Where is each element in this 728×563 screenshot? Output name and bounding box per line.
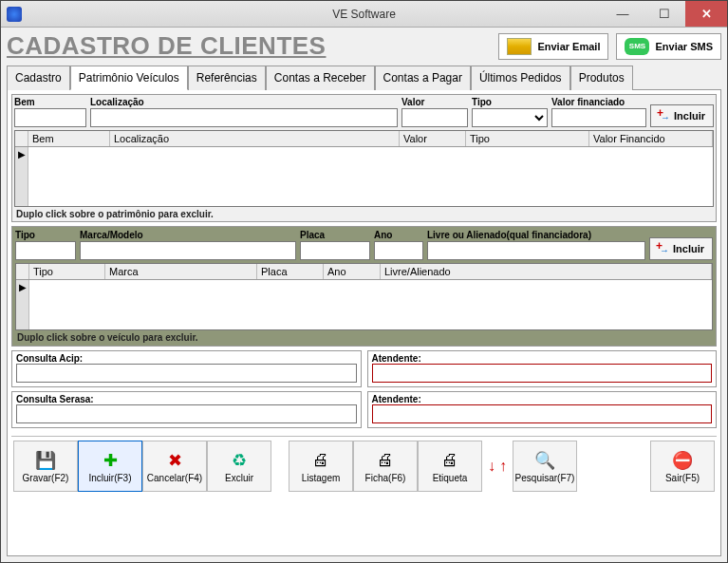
veic-tipo-input[interactable]	[15, 241, 76, 260]
incluir-button[interactable]: ✚ Incluir(F3)	[78, 441, 142, 492]
add-icon: ✚	[98, 450, 122, 471]
send-sms-button[interactable]: SMS Enviar SMS	[616, 33, 721, 60]
add-arrow-icon	[658, 243, 669, 254]
printer-icon: 🖨	[308, 450, 333, 471]
cancelar-button[interactable]: ✖ Cancelar(F4)	[142, 441, 207, 492]
listagem-button[interactable]: 🖨 Listagem	[289, 441, 353, 492]
label-marca-modelo: Marca/Modelo	[80, 230, 296, 240]
app-window: VE Software — ☐ ✕ CADASTRO DE CLIENTES E…	[0, 0, 728, 563]
titlebar: VE Software — ☐ ✕	[1, 1, 727, 28]
envelope-icon	[507, 38, 532, 55]
label-valor: Valor	[401, 97, 468, 107]
valor-input[interactable]	[401, 108, 468, 127]
valor-financiado-input[interactable]	[551, 108, 646, 127]
action-toolbar: 💾 Gravar(F2) ✚ Incluir(F3) ✖ Cancelar(F4…	[11, 436, 717, 494]
nav-arrows[interactable]: ↓ ↑	[482, 441, 513, 492]
close-button[interactable]: ✕	[685, 1, 727, 27]
tab-contas-pagar[interactable]: Contas a Pagar	[375, 66, 471, 90]
sms-icon: SMS	[625, 38, 649, 55]
save-icon: 💾	[33, 450, 58, 471]
tabs: Cadastro Patrimônio Veículos Referências…	[7, 65, 721, 90]
minimize-button[interactable]: —	[602, 1, 644, 27]
incluir-veiculo-button[interactable]: Incluir	[649, 237, 713, 260]
excluir-button[interactable]: ♻ Excluir	[207, 441, 271, 492]
label-livre-alienado: Livre ou Alienado(qual financiadora)	[427, 230, 645, 240]
veiculo-hint: Duplo click sobre o veículo para excluir…	[15, 330, 713, 343]
arrow-up-icon[interactable]: ↑	[499, 458, 507, 475]
label-ano: Ano	[374, 230, 423, 240]
tab-produtos[interactable]: Produtos	[570, 66, 633, 90]
tab-contas-receber[interactable]: Contas a Receber	[266, 66, 375, 90]
page-title: CADASTRO DE CLIENTES	[7, 31, 326, 61]
send-email-button[interactable]: Enviar Email	[498, 33, 608, 60]
sair-button[interactable]: ⛔ Sair(F5)	[650, 441, 715, 492]
tab-referencias[interactable]: Referências	[188, 66, 266, 90]
veiculo-form-group: Tipo Marca/Modelo Placa Ano	[11, 226, 717, 347]
label-consulta-acip: Consulta Acip:	[16, 353, 357, 364]
app-icon	[7, 7, 22, 22]
gravar-button[interactable]: 💾 Gravar(F2)	[13, 441, 78, 492]
atendente-box-2: Atendente:	[367, 391, 718, 428]
label-veic-tipo: Tipo	[15, 230, 76, 240]
atendente-input-1[interactable]	[372, 364, 713, 383]
veiculo-grid[interactable]: Tipo Marca Placa Ano Livre/Alienado ▶	[15, 263, 713, 330]
window-title: VE Software	[332, 8, 396, 21]
cancel-icon: ✖	[162, 450, 187, 471]
tab-patrimonio-veiculos[interactable]: Patrimônio Veículos	[70, 66, 188, 90]
ficha-button[interactable]: 🖨 Ficha(F6)	[353, 441, 418, 492]
incluir-patrimonio-button[interactable]: Incluir	[650, 104, 714, 127]
label-bem: Bem	[14, 97, 86, 107]
tipo-select[interactable]	[472, 108, 548, 127]
label-placa: Placa	[300, 230, 370, 240]
livre-alienado-input[interactable]	[427, 241, 645, 260]
add-arrow-icon	[659, 110, 670, 122]
consulta-acip-box: Consulta Acip:	[11, 350, 362, 387]
bem-input[interactable]	[14, 108, 86, 127]
label-tipo: Tipo	[472, 97, 548, 107]
arrow-down-icon[interactable]: ↓	[488, 458, 495, 475]
label-valor-financiado: Valor financiado	[551, 97, 646, 107]
tab-cadastro[interactable]: Cadastro	[7, 66, 70, 90]
printer-icon: 🖨	[438, 450, 462, 471]
search-icon: 🔍	[532, 450, 557, 471]
pesquisar-button[interactable]: 🔍 Pesquisar(F7)	[513, 441, 577, 492]
placa-input[interactable]	[300, 241, 370, 260]
delete-icon: ♻	[227, 450, 252, 471]
ano-input[interactable]	[374, 241, 423, 260]
consulta-serasa-box: Consulta Serasa:	[11, 391, 362, 428]
maximize-button[interactable]: ☐	[644, 1, 685, 27]
row-marker-icon: ▶	[15, 147, 28, 206]
label-atendente-2: Atendente:	[372, 394, 713, 404]
atendente-box-1: Atendente:	[367, 350, 718, 387]
localizacao-input[interactable]	[90, 108, 398, 127]
marca-modelo-input[interactable]	[80, 241, 296, 260]
label-atendente-1: Atendente:	[372, 353, 713, 364]
consulta-serasa-input[interactable]	[16, 404, 357, 423]
label-localizacao: Localização	[90, 97, 398, 107]
tab-ultimos-pedidos[interactable]: Últimos Pedidos	[471, 66, 570, 90]
consulta-acip-input[interactable]	[16, 364, 357, 383]
etiqueta-button[interactable]: 🖨 Etiqueta	[418, 441, 482, 492]
patrimonio-grid[interactable]: Bem Localização Valor Tipo Valor Financi…	[14, 130, 714, 207]
exit-icon: ⛔	[670, 450, 695, 471]
atendente-input-2[interactable]	[372, 404, 713, 423]
label-consulta-serasa: Consulta Serasa:	[16, 394, 357, 404]
patrimonio-form-group: Bem Localização Valor Tipo	[11, 94, 717, 222]
row-marker-icon: ▶	[16, 280, 29, 329]
patrimonio-hint: Duplo click sobre o patrimônio para excl…	[14, 207, 714, 219]
printer-icon: 🖨	[373, 450, 398, 471]
